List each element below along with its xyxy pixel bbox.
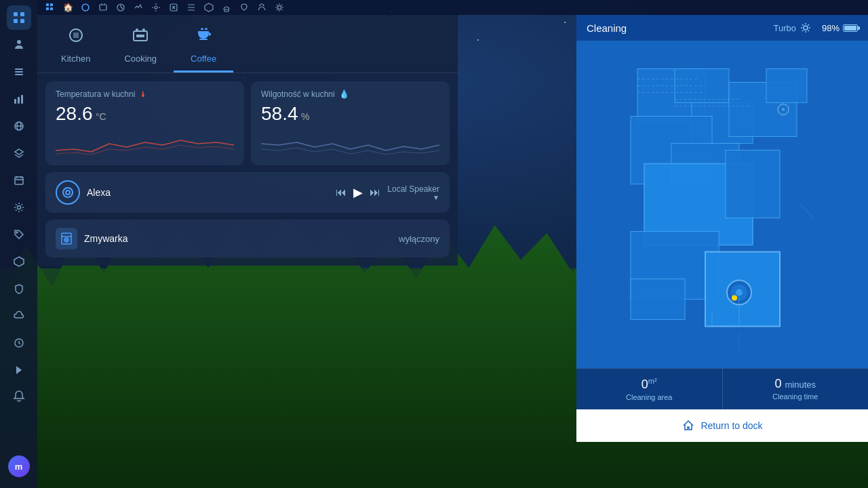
svg-point-4 <box>17 40 21 44</box>
svg-point-77 <box>782 108 785 111</box>
topbar-icon-14[interactable] <box>273 1 285 14</box>
svg-rect-38 <box>224 9 229 12</box>
sidebar-item-widget[interactable] <box>7 249 31 274</box>
svg-point-72 <box>736 289 743 296</box>
svg-rect-8 <box>14 99 16 104</box>
svg-rect-61 <box>726 150 780 218</box>
svg-rect-24 <box>46 3 49 6</box>
bell-icon[interactable] <box>8 385 30 407</box>
svg-rect-44 <box>199 39 208 40</box>
floor-plan-svg <box>576 41 868 368</box>
sidebar-item-circle[interactable] <box>7 331 31 355</box>
svg-point-50 <box>66 239 67 241</box>
svg-rect-43 <box>136 35 144 37</box>
svg-point-46 <box>66 190 70 195</box>
svg-rect-63 <box>631 279 685 320</box>
sidebar-item-layers[interactable] <box>7 141 31 165</box>
topbar-icon-9[interactable] <box>185 1 197 14</box>
sidebar-item-grid[interactable] <box>7 5 31 30</box>
speaker-chevron[interactable]: ▼ <box>433 194 439 201</box>
humidity-value: 58.4 % <box>261 103 439 125</box>
svg-rect-3 <box>20 19 24 23</box>
cooking-icon <box>131 26 150 49</box>
topbar-icon-11[interactable] <box>220 1 233 14</box>
topbar-icon-6[interactable] <box>132 1 144 14</box>
svg-point-42 <box>142 28 145 31</box>
svg-rect-1 <box>20 12 24 16</box>
topbar-icon-8[interactable] <box>167 1 180 14</box>
battery-bar-icon <box>843 24 858 32</box>
tab-cooking[interactable]: Cooking <box>107 20 174 73</box>
svg-point-39 <box>278 6 281 9</box>
sidebar-item-calendar[interactable] <box>7 168 31 192</box>
user-avatar[interactable]: m <box>8 455 30 477</box>
sidebar-item-tag[interactable] <box>7 222 31 247</box>
sidebar-item-arrow[interactable] <box>7 358 31 382</box>
cleaning-time-value: 0 minutes <box>774 377 816 391</box>
topbar-icon-7[interactable] <box>150 1 162 14</box>
svg-marker-14 <box>15 149 23 155</box>
media-card[interactable]: Alexa ⏮ ▶ ⏭ Local Speaker ▼ <box>45 172 450 213</box>
svg-rect-10 <box>21 95 23 104</box>
temperature-chart <box>56 130 234 157</box>
topbar-icon-2[interactable]: 🏠 <box>62 1 74 14</box>
topbar-icon-10[interactable] <box>203 1 215 14</box>
dishwasher-name: Zmywarka <box>84 233 392 244</box>
sidebar-item-shield[interactable] <box>7 277 31 301</box>
turbo-label: Turbo <box>773 23 795 33</box>
topbar-icon-home[interactable] <box>44 1 56 14</box>
svg-point-19 <box>17 206 20 209</box>
tab-kitchen[interactable]: Kitchen <box>44 20 107 73</box>
area-unit: m² <box>648 377 657 385</box>
cleaning-stats: 0m² Cleaning area 0 minutes Cleaning tim… <box>576 368 868 409</box>
alexa-icon <box>56 180 80 205</box>
next-button[interactable]: ⏭ <box>370 186 380 199</box>
cleaning-battery: 98% <box>822 23 858 33</box>
cleaning-title: Cleaning <box>587 22 773 34</box>
cleaning-time-stat: 0 minutes Cleaning time <box>722 369 869 409</box>
cooking-tab-label: Cooking <box>124 54 157 64</box>
temperature-card[interactable]: Temperatura w kuchni 🌡 28.6 °C <box>45 81 244 165</box>
return-to-dock-button[interactable]: Return to dock <box>576 409 868 442</box>
svg-point-33 <box>155 6 157 9</box>
topbar-icon-3[interactable] <box>79 1 92 14</box>
sidebar-item-globe[interactable] <box>7 114 31 138</box>
humidity-card[interactable]: Wilgotność w kuchni 💧 58.4 % <box>251 81 450 165</box>
dishwasher-icon <box>56 228 77 249</box>
tab-coffee[interactable]: Coffee <box>174 20 233 73</box>
humidity-icon: 💧 <box>339 89 349 99</box>
svg-rect-29 <box>100 5 106 10</box>
temperature-value: 28.6 °C <box>56 103 234 125</box>
svg-marker-21 <box>14 257 24 266</box>
coffee-tab-label: Coffee <box>191 54 216 64</box>
sidebar-item-cloud[interactable] <box>7 304 31 328</box>
turbo-icon <box>800 22 812 34</box>
svg-point-41 <box>136 28 138 31</box>
dishwasher-card[interactable]: Zmywarka wyłączony <box>45 220 450 258</box>
svg-rect-57 <box>766 69 807 103</box>
cleaning-header: Cleaning Turbo 98% <box>576 15 868 41</box>
svg-point-51 <box>804 26 808 30</box>
thermometer-icon: 🌡 <box>139 89 147 99</box>
cleaning-time-label: Cleaning time <box>772 392 818 401</box>
kitchen-tab-label: Kitchen <box>61 54 90 64</box>
sidebar-item-list[interactable] <box>7 60 31 84</box>
topbar-icon-13[interactable] <box>256 1 268 14</box>
svg-rect-27 <box>50 7 53 10</box>
topbar-icon-12[interactable] <box>238 1 250 14</box>
dishwasher-status: wyłączony <box>399 234 439 244</box>
play-button[interactable]: ▶ <box>353 185 363 200</box>
svg-point-28 <box>82 4 89 11</box>
category-tabs: Kitchen Cooking <box>37 15 458 73</box>
coffee-icon <box>194 26 213 49</box>
sidebar-item-person[interactable] <box>7 33 31 57</box>
sidebar-item-settings[interactable] <box>7 195 31 220</box>
temperature-unit: °C <box>96 111 106 122</box>
widget-area: Temperatura w kuchni 🌡 28.6 °C Wilgotnoś… <box>37 73 458 266</box>
prev-button[interactable]: ⏮ <box>336 186 347 199</box>
kitchen-icon <box>66 26 85 49</box>
sidebar-item-chart[interactable] <box>7 87 31 111</box>
cleaning-map[interactable] <box>576 41 868 368</box>
topbar-icon-5[interactable] <box>115 1 127 14</box>
topbar-icon-4[interactable] <box>97 1 109 14</box>
